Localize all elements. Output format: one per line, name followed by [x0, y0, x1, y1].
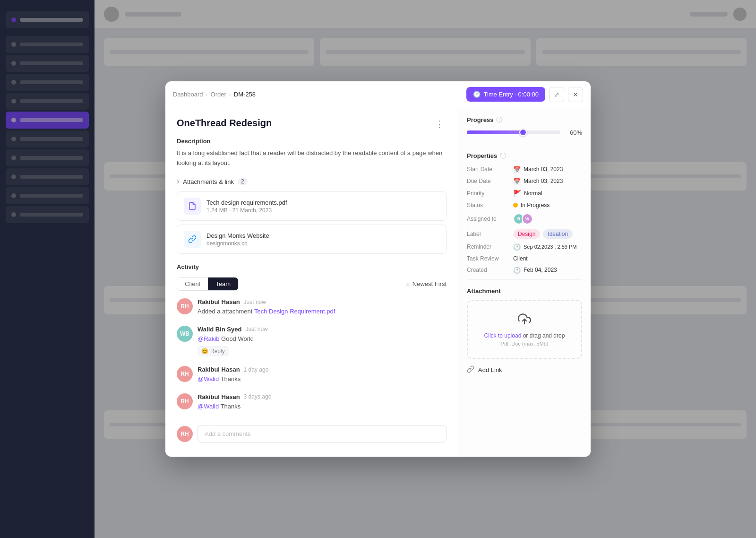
time-entry-label: Time Entry · 0:00:00: [483, 91, 539, 98]
label-chip-ideation[interactable]: Ideation: [543, 229, 573, 239]
attachment-right-section: Attachment Click to upload or drag and d: [467, 287, 582, 375]
label-chip-design[interactable]: Design: [513, 229, 540, 239]
tab-team[interactable]: Team: [208, 278, 238, 290]
prop-val-start[interactable]: 📅 March 03, 2023: [513, 166, 563, 173]
prop-label: Label Design Ideation: [467, 229, 582, 239]
prop-val-assigned[interactable]: R W: [513, 213, 533, 225]
prop-key-due: Due Date: [467, 178, 509, 184]
assignee-avatars: R W: [513, 213, 533, 225]
tab-client[interactable]: Client: [177, 278, 208, 290]
attachment-pdf[interactable]: Tech design requirements.pdf 1.24 MB · 2…: [177, 191, 447, 221]
prop-key-status: Status: [467, 202, 509, 208]
modal-toolbar: Dashboard › Order › DM-258 🕐 Time Entry …: [165, 81, 591, 108]
prop-key-priority: Priority: [467, 190, 509, 197]
upload-area[interactable]: Click to upload or drag and drop Pdf, Do…: [467, 300, 582, 359]
comment-2-content: Walid Bin Syed Just now @Rakib Good Work…: [198, 326, 447, 357]
time-entry-button[interactable]: 🕐 Time Entry · 0:00:00: [466, 87, 545, 102]
prop-priority: Priority 🚩 Normal: [467, 190, 582, 197]
prop-key-start: Start Date: [467, 166, 509, 173]
close-button[interactable]: ✕: [568, 87, 583, 102]
attachments-header[interactable]: › Attachments & link 2: [177, 177, 447, 186]
prop-val-due[interactable]: 📅 March 03, 2023: [513, 178, 563, 185]
activity-tabs-row: Client Team ≡ Newest First: [177, 277, 447, 291]
progress-bar-container: 60%: [467, 129, 582, 136]
breadcrumb: Dashboard › Order › DM-258: [173, 91, 256, 98]
calendar-icon-start: 📅: [513, 166, 521, 173]
prop-val-created[interactable]: 🕐 Feb 04, 2023: [513, 267, 557, 274]
upload-text-post: or drag and drop: [523, 332, 565, 339]
expand-button[interactable]: ⤢: [549, 87, 564, 102]
add-link-button[interactable]: Add Link: [467, 365, 502, 375]
prop-due-date: Due Date 📅 March 03, 2023: [467, 178, 582, 185]
flag-icon: 🚩: [513, 190, 521, 197]
comment-2-time: Just now: [245, 326, 267, 332]
tab-group: Client Team: [177, 277, 239, 291]
right-panel: Progress ⓘ 60% Properties: [458, 108, 591, 457]
reply-button[interactable]: 😊 Reply: [198, 346, 229, 356]
link-name: Design Monks Website: [206, 232, 269, 239]
comment-3: RH Rakibul Hasan 1 day ago @Walid Thanks: [177, 366, 447, 384]
comment-3-mention: @Walid: [198, 375, 219, 382]
avatar-walid: WB: [177, 326, 193, 342]
prop-val-status[interactable]: In Progress: [513, 202, 550, 208]
emoji-icon: 😊: [201, 348, 208, 355]
avatar-rakibul-2: RH: [177, 366, 193, 382]
progress-bar-track[interactable]: [467, 130, 560, 134]
prop-assigned: Assigned to R W: [467, 213, 582, 225]
link-meta: designmonks.co: [206, 240, 269, 247]
left-panel: OneThread Redesign ⋮ Description It is a…: [165, 108, 458, 457]
avatar-rakibul-1: RH: [177, 298, 193, 314]
upload-icon: [475, 312, 574, 329]
comment-input-row: RH: [177, 420, 447, 447]
prop-status: Status In Progress: [467, 202, 582, 208]
prop-key-task-review: Task Review: [467, 255, 509, 262]
properties-section: Properties ⓘ Start Date 📅 March 03, 2023: [467, 152, 582, 274]
attachment-link[interactable]: Design Monks Website designmonks.co: [177, 225, 447, 254]
prop-key-reminder: Reminder: [467, 243, 509, 250]
comment-2-header: Walid Bin Syed Just now: [198, 326, 447, 333]
comment-2-text: @Rakib Good Work!: [198, 334, 447, 344]
assignee-avatar-2: W: [522, 213, 533, 225]
description-label: Description: [177, 138, 447, 145]
task-modal: Dashboard › Order › DM-258 🕐 Time Entry …: [165, 81, 591, 457]
close-icon: ✕: [573, 91, 578, 98]
upload-link[interactable]: Click to upload: [484, 332, 522, 339]
description-text: It is a long established fact that a rea…: [177, 148, 447, 168]
progress-section: Progress ⓘ 60%: [467, 116, 582, 136]
prop-val-task-review[interactable]: Client: [513, 255, 528, 262]
sort-label: Newest First: [412, 280, 447, 287]
pdf-name: Tech design requirements.pdf: [206, 199, 287, 206]
comment-1-text: Added a attachment Tech Design Requireme…: [198, 307, 447, 316]
properties-info-icon: ⓘ: [500, 152, 506, 160]
clock-icon-created: 🕐: [513, 267, 521, 274]
more-options-button[interactable]: ⋮: [432, 118, 447, 130]
avatar-rakibul-3: RH: [177, 393, 193, 409]
sort-icon: ≡: [406, 280, 410, 287]
modal-body: OneThread Redesign ⋮ Description It is a…: [165, 108, 591, 457]
clock-icon-reminder: 🕐: [513, 243, 521, 251]
progress-thumb: [519, 129, 527, 136]
prop-start-date: Start Date 📅 March 03, 2023: [467, 166, 582, 173]
prop-key-created: Created: [467, 267, 509, 273]
comment-input[interactable]: [198, 425, 447, 443]
comment-4-text: @Walid Thanks: [198, 402, 447, 411]
comment-3-time: 1 day ago: [244, 366, 269, 373]
prop-val-priority[interactable]: 🚩 Normal: [513, 190, 542, 197]
comment-1-header: Rakibul Hasan Just now: [198, 298, 447, 305]
sort-button[interactable]: ≡ Newest First: [406, 280, 447, 287]
comment-1-attachment: Tech Design Requirement.pdf: [254, 308, 335, 315]
prop-val-reminder[interactable]: 🕐 Sep 02,2023 . 2.59 PM: [513, 243, 577, 251]
comment-2-author: Walid Bin Syed: [198, 326, 241, 333]
upload-text: Click to upload or drag and drop: [475, 332, 574, 339]
comment-3-header: Rakibul Hasan 1 day ago: [198, 366, 447, 373]
breadcrumb-order[interactable]: Order: [211, 91, 226, 98]
toolbar-actions: 🕐 Time Entry · 0:00:00 ⤢ ✕: [466, 87, 583, 102]
breadcrumb-dashboard[interactable]: Dashboard: [173, 91, 203, 98]
prop-val-label[interactable]: Design Ideation: [513, 229, 573, 239]
comment-2-mention: @Rakib: [198, 335, 219, 342]
comment-3-content: Rakibul Hasan 1 day ago @Walid Thanks: [198, 366, 447, 384]
comment-1-time: Just now: [244, 299, 266, 305]
comment-4-time: 3 days ago: [244, 393, 272, 400]
comment-3-text: @Walid Thanks: [198, 374, 447, 384]
expand-icon: ⤢: [554, 91, 559, 98]
